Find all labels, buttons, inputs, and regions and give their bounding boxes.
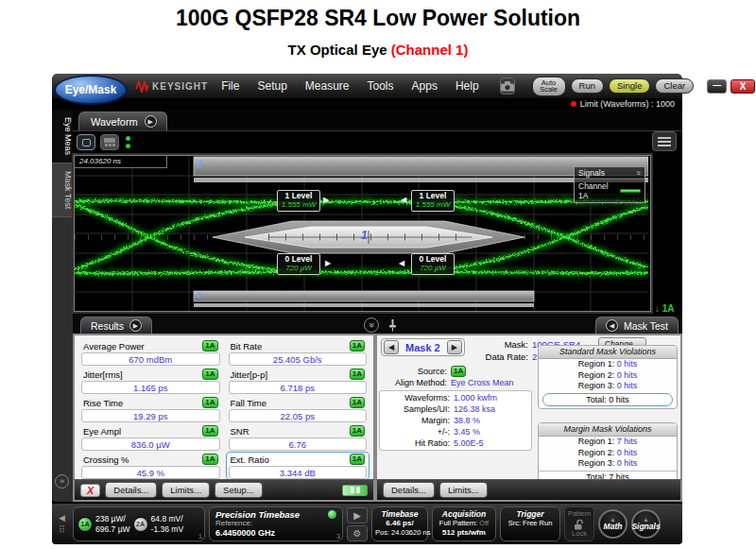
measurement-cell[interactable]: SNR1A 6.76: [226, 423, 370, 452]
region-value: 0 hits: [617, 458, 638, 468]
measurement-value: 19.29 ps: [81, 409, 220, 422]
auto-scale-button[interactable]: Auto Scale: [532, 77, 566, 96]
measurement-cell[interactable]: Fall Time1A 22.05 ps: [226, 395, 370, 423]
keysight-brand: KEYSIGHT: [135, 80, 208, 93]
measurement-label: Bit Rate: [231, 341, 263, 352]
display-menu-button[interactable]: [652, 131, 677, 151]
precision-timebase-panel[interactable]: Precision Timebase Reference: 6.4450000 …: [209, 506, 343, 541]
results-tab-label: Results: [91, 320, 124, 332]
channels-panel[interactable]: 1A 238 µW/696.7 µW 2A 64.8 mV/-1.36 mV 1: [73, 506, 205, 541]
scroll-left-button[interactable]: ◀: [59, 514, 65, 523]
level-marker-right-icon: ▶: [325, 259, 331, 267]
waveform-tab-label: Waveform: [91, 116, 138, 128]
grid-dots-icon[interactable]: ⠿: [59, 525, 65, 535]
screenshot-button[interactable]: [500, 77, 515, 94]
keysight-spark-icon: [135, 80, 149, 93]
stat-value: 38.8 %: [454, 415, 480, 426]
source-badge: 1A: [202, 425, 217, 437]
trigger-panel[interactable]: Trigger Src: Free Run: [500, 506, 560, 541]
pattern-lock-control[interactable]: Pattern Lock: [564, 506, 594, 541]
mask-region-1-label: 1: [361, 229, 368, 242]
mask-test-body: ◀ Mask 2 ▶ Mask: 100GE-SR4 Change... Dat…: [375, 334, 682, 479]
settings-gear-button[interactable]: ⚙: [347, 525, 368, 541]
screen: 100G QSFP28 SR4 Low Power Solution TX Op…: [0, 0, 756, 549]
collapse-icon[interactable]: »: [633, 170, 643, 175]
signals-legend[interactable]: Signals » Channel 1A: [574, 166, 645, 203]
display-mode-icon: [82, 139, 91, 146]
measurement-cell[interactable]: Eye Ampl1A 836.0 µW: [78, 423, 223, 452]
signals-label: Signals: [631, 523, 660, 531]
source-badge: 1A: [350, 369, 365, 380]
measurement-cell[interactable]: Crossing %1A 45.9 %: [78, 452, 223, 480]
grid-mode-button[interactable]: [100, 134, 119, 150]
menu-apps[interactable]: Apps: [412, 79, 438, 93]
play-icon[interactable]: ▶: [145, 115, 157, 128]
signals-title: Signals: [578, 168, 605, 178]
pin-icon[interactable]: [388, 318, 397, 335]
sidebar-tab-eye-meas[interactable]: Eye Meas: [52, 110, 73, 163]
tab-waveform[interactable]: Waveform ▶: [78, 112, 167, 130]
ch1-offset: 696.7 µW: [95, 524, 130, 534]
signals-channel-label[interactable]: Channel 1A: [578, 181, 620, 200]
menu-tools[interactable]: Tools: [368, 79, 394, 93]
next-mask-button[interactable]: ▶: [447, 340, 462, 354]
source-badge: 1A: [202, 369, 217, 380]
run-button[interactable]: Run: [571, 78, 604, 94]
menu-setup[interactable]: Setup: [257, 79, 286, 93]
delete-measurement-button[interactable]: X: [80, 484, 100, 497]
one-level-label-left: 1 Level 1.555 mW: [277, 190, 320, 212]
zero-level-label-left: 0 Level 720 µW: [277, 253, 320, 275]
clear-button[interactable]: Clear: [655, 78, 694, 94]
single-button[interactable]: Single: [609, 78, 650, 94]
signals-button[interactable]: ▲ Signals: [631, 509, 661, 539]
tab-results[interactable]: Results ▶: [80, 317, 152, 334]
details-button[interactable]: Details...: [383, 482, 435, 498]
back-icon[interactable]: ◀: [606, 319, 618, 332]
menu-items: File Setup Measure Tools Apps Help: [221, 79, 478, 93]
measurement-cell[interactable]: Average Power1A 670 mdBm: [78, 338, 223, 367]
source-badge: 1A: [451, 366, 466, 377]
close-button[interactable]: X: [730, 79, 755, 94]
mask-region-3-label: 3: [197, 290, 201, 300]
panel-collapse-button[interactable]: »: [364, 317, 379, 333]
minimize-button[interactable]: —: [707, 79, 727, 94]
region-value: 0 hits: [617, 381, 638, 390]
acquisition-panel[interactable]: Acquisition Full Pattern: Off 512 pts/wf…: [432, 506, 496, 541]
details-button[interactable]: Details...: [105, 482, 157, 498]
measurement-label: SNR: [231, 426, 249, 437]
source-badge: 1A: [202, 397, 217, 408]
timebase-panel[interactable]: Timebase 6.46 ps/ Pos: 24.03620 ns: [371, 506, 428, 541]
region-value: 0 hits: [617, 448, 638, 457]
prev-mask-button[interactable]: ◀: [384, 340, 399, 354]
menu-measure[interactable]: Measure: [305, 79, 350, 93]
measurement-value: 1.165 ps: [81, 381, 220, 394]
limits-button[interactable]: Limits...: [162, 482, 210, 498]
mask-region-center: [213, 221, 524, 253]
channel-2a-badge[interactable]: 2A: [133, 517, 148, 532]
math-button[interactable]: ▲ Math: [598, 509, 627, 539]
sidebar-expand-button[interactable]: »: [55, 474, 69, 489]
measurement-cell-selected[interactable]: Ext. Ratio1A 3.344 dB: [226, 452, 370, 480]
play-icon[interactable]: ▶: [129, 319, 142, 332]
limits-button[interactable]: Limits...: [439, 482, 488, 498]
measurement-cell[interactable]: Bit Rate1A 25.405 Gb/s: [226, 338, 370, 367]
ch1-scale: 238 µW/: [95, 514, 126, 523]
display-mode-button[interactable]: [77, 134, 95, 150]
measurement-cell[interactable]: Jitter[rms]1A 1.165 ps: [78, 367, 223, 395]
measurement-cell[interactable]: Jitter[p-p]1A 6.718 ps: [226, 367, 370, 395]
channel-1a-badge[interactable]: 1A: [77, 517, 93, 532]
data-rate-label: Data Rate:: [473, 352, 528, 362]
app-logo[interactable]: Eye/Mask: [54, 75, 128, 105]
graticule[interactable]: 24.03620 ns 2 3 1 1 Level 1.555 mW 1 Lev…: [74, 155, 651, 312]
scroll-right-button[interactable]: ▶: [347, 507, 368, 523]
menu-help[interactable]: Help: [455, 79, 479, 93]
setup-button[interactable]: Setup...: [215, 482, 263, 498]
page-title: 100G QSFP28 SR4 Low Power Solution: [0, 6, 756, 31]
sidebar-tab-mask-test[interactable]: Mask Test: [52, 163, 73, 217]
tab-mask-test[interactable]: ◀ Mask Test: [595, 317, 679, 334]
full-pattern-label: Full Pattern:: [439, 519, 477, 527]
menu-file[interactable]: File: [221, 79, 239, 93]
measurement-cell[interactable]: Rise Time1A 19.29 ps: [78, 395, 223, 423]
ch2-offset: -1.36 mV: [151, 524, 184, 534]
channel-marker-label: 1A: [662, 303, 675, 314]
